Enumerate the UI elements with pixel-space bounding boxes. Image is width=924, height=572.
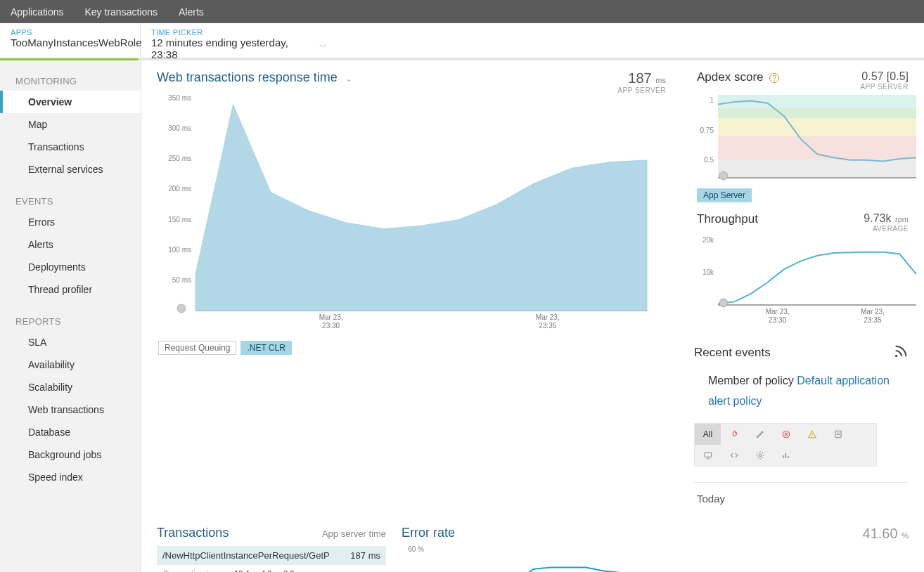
legend-chip[interactable]: Request Queuing [158,341,236,355]
events-today-heading: Today [694,482,909,505]
apdex-value: 0.57 [0.5] [861,70,909,82]
svg-text:250 ms: 250 ms [168,155,191,162]
response-time-title-text: Web transactions response time [157,70,338,84]
throughput-metric: 9.73k rpm AVERAGE [864,212,909,233]
time-picker-label: TIME PICKER [151,28,316,37]
svg-text:20k: 20k [702,236,714,244]
svg-text:100 ms: 100 ms [168,246,191,254]
sidebar-item[interactable]: Web transactions [0,398,141,421]
error-rate-panel: Error rate 41.60 % 20 %40 %60 %Mar 23,23… [394,526,924,572]
svg-text:23:35: 23:35 [864,316,881,324]
transaction-name: /NewHttpClientInstancePerRequest/GetP [162,550,330,561]
svg-text:0.5: 0.5 [704,156,714,164]
transactions-sub: App server time [322,528,386,539]
error-circle-icon[interactable] [773,424,799,445]
svg-text:Mar 23,: Mar 23, [536,313,560,321]
sidebar-item[interactable]: Scalability [0,376,141,398]
apdex-chart[interactable]: 0.50.751 [697,91,909,184]
response-time-value: 187 [628,70,651,86]
error-rate-title[interactable]: Error rate [402,526,455,540]
response-time-unit: ms [655,76,666,84]
trace-link[interactable]: 3.2 s [283,569,300,572]
trace-link[interactable]: 4.3 s [261,569,278,572]
pencil-icon[interactable] [747,424,773,445]
svg-rect-17 [718,160,916,178]
sidebar-section-title: EVENTS [0,181,141,211]
transactions-panel: Transactions App server time /NewHttpCli… [141,526,394,572]
svg-rect-34 [835,431,840,437]
response-time-metric: 187 ms APP SERVER [617,70,666,94]
sidebar-item[interactable]: External services [0,158,141,181]
app-picker[interactable]: APPS TooManyInstancesWebRole ﹀ [0,23,141,58]
error-rate-chart[interactable]: 20 %40 %60 %Mar 23,23:30Mar 23,23:35 [402,542,909,572]
apdex-title-text: Apdex score [697,70,764,84]
error-rate-unit: % [901,531,909,540]
sidebar-item[interactable]: Availability [0,353,141,376]
sidebar-item[interactable]: Background jobs [0,443,141,466]
apdex-panel: Apdex score ? 0.57 [0.5] APP SERVER 0.50… [681,60,924,202]
response-time-sub: APP SERVER [617,86,666,94]
sidebar-item[interactable]: Deployments [0,256,141,278]
sidebar-item[interactable]: SLA [0,331,141,353]
legend-chip[interactable]: .NET CLR [240,341,291,355]
transactions-title[interactable]: Transactions [157,526,229,540]
sidebar-item[interactable]: Overview [0,91,141,113]
svg-text:300 ms: 300 ms [168,124,191,132]
apdex-title: Apdex score ? [697,70,779,84]
apdex-metric: 0.57 [0.5] APP SERVER [860,70,909,91]
fire-icon[interactable] [721,424,747,445]
help-icon[interactable]: ? [769,73,779,83]
recent-events-title: Recent events [694,346,771,360]
sidebar-item[interactable]: Alerts [0,233,141,256]
response-time-chart[interactable]: 50 ms100 ms150 ms200 ms250 ms300 ms350 m… [157,94,666,335]
error-rate-value: 41.60 [863,526,898,541]
topnav-item[interactable]: Key transactions [85,6,158,18]
content-area: Web transactions response time ⌄ 187 ms … [141,60,924,572]
svg-text:60 %: 60 % [408,545,424,553]
traces-label: Transaction traces: [164,569,229,572]
events-membership-pre: Member of policy [708,375,794,386]
filter-all[interactable]: All [695,424,721,445]
svg-text:Mar 23,: Mar 23, [861,308,885,316]
transaction-row[interactable]: /NewHttpClientInstancePerRequest/GetP187… [157,546,386,565]
sidebar-item[interactable]: Errors [0,211,141,233]
throughput-sub: AVERAGE [864,225,909,233]
monitor-icon[interactable] [695,445,721,466]
topnav-item[interactable]: Alerts [179,6,204,18]
sidebar-item[interactable]: Database [0,421,141,443]
apdex-chip[interactable]: App Server [697,188,752,202]
svg-point-12 [177,304,186,313]
throughput-title: Throughput [697,212,758,226]
sidebar-item[interactable]: Map [0,113,141,136]
rss-icon[interactable] [893,344,909,361]
svg-text:1: 1 [710,96,714,104]
topnav-item[interactable]: Applications [11,6,64,18]
sidebar-item[interactable]: Transactions [0,136,141,158]
apdex-sub: APP SERVER [860,83,909,91]
svg-point-31 [895,355,897,357]
warning-icon[interactable] [799,424,825,445]
svg-text:0.75: 0.75 [700,126,714,134]
sidebar: MONITORINGOverviewMapTransactionsExterna… [0,60,141,572]
response-time-title[interactable]: Web transactions response time ⌄ [157,70,352,85]
svg-text:23:35: 23:35 [539,322,556,330]
svg-rect-15 [718,119,916,136]
trace-link[interactable]: 10.4 s [234,569,255,572]
transaction-traces: Transaction traces: 10.4 s4.3 s3.2 s [157,565,386,572]
bars-icon[interactable] [773,445,799,466]
sidebar-item[interactable]: Speed index [0,466,141,488]
gear-icon[interactable] [747,445,773,466]
throughput-chart[interactable]: 10k20kMar 23,23:30Mar 23,23:35 [697,233,909,330]
svg-point-22 [719,171,728,180]
response-time-panel: Web transactions response time ⌄ 187 ms … [141,60,681,505]
app-picker-label: APPS [11,28,129,37]
note-icon[interactable] [825,424,851,445]
sidebar-item[interactable]: Thread profiler [0,278,141,301]
code-icon[interactable] [721,445,747,466]
svg-text:Mar 23,: Mar 23, [319,313,343,321]
sidebar-section-title: REPORTS [0,301,141,331]
svg-text:200 ms: 200 ms [168,185,191,193]
time-picker[interactable]: TIME PICKER 12 minutes ending yesterday,… [141,23,327,58]
chevron-down-icon: ﹀ [132,41,140,52]
svg-text:23:30: 23:30 [322,322,340,330]
